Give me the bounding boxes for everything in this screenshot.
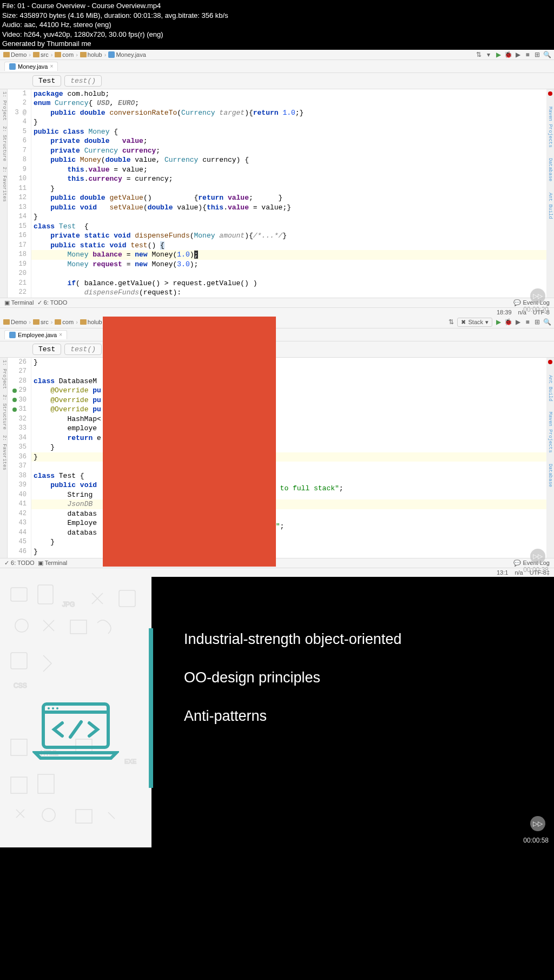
folder-icon <box>33 319 39 325</box>
slide-bullet: Anti-patterns <box>184 708 543 725</box>
folder-icon <box>55 52 61 57</box>
close-tab-icon[interactable]: × <box>50 63 53 69</box>
stop-button[interactable]: ■ <box>524 51 531 58</box>
line-gutter[interactable]: 123 @45678910111213141516171819202122 <box>8 89 31 298</box>
svg-rect-11 <box>11 777 27 793</box>
svg-rect-12 <box>38 774 54 793</box>
layout-button[interactable]: ⊞ <box>533 51 541 58</box>
right-side-rail[interactable]: Maven Projects Database Ant Build <box>546 89 554 298</box>
todo-tab[interactable]: ✓ 6: TODO <box>4 560 35 567</box>
teal-accent-bar <box>149 628 153 788</box>
run-button[interactable]: ▶ <box>494 51 502 58</box>
meta-generated: Generated by Thumbnail me <box>2 39 552 49</box>
left-side-rail[interactable]: 1: Project2: Structure2: Favorites <box>0 358 8 558</box>
breadcrumb-item[interactable]: com <box>55 51 74 58</box>
ide-frame-2: Demo src com holub Emplo ⇅ ✖ Stack ▾ ▶ 🐞… <box>0 317 554 577</box>
dropdown-icon[interactable]: ▾ <box>485 51 492 58</box>
slide-bullet: OO-design principles <box>184 669 543 686</box>
code-editor[interactable]: package com.holub;enum Currency{ USD, EU… <box>31 89 546 298</box>
file-tab[interactable]: Money.java× <box>4 62 58 71</box>
search-icon[interactable]: 🔍 <box>543 318 551 326</box>
encoding: n/a <box>515 569 523 576</box>
svg-point-14 <box>42 808 55 821</box>
laptop-icon <box>32 701 119 763</box>
folder-icon <box>3 52 10 57</box>
breadcrumb-item[interactable]: holub <box>80 319 102 325</box>
folder-icon <box>80 52 87 57</box>
svg-point-18 <box>48 707 50 709</box>
svg-rect-8 <box>11 739 27 755</box>
svg-rect-6 <box>11 653 27 669</box>
svg-text:CSS: CSS <box>14 682 27 689</box>
meta-video: Video: h264, yuv420p, 1280x720, 30.00 fp… <box>2 30 552 40</box>
timestamp: 00:00:20 <box>523 306 549 313</box>
play-overlay-icon[interactable]: ▷▷ <box>530 288 545 304</box>
meta-size: Size: 4358970 bytes (4.16 MiB), duration… <box>2 11 552 21</box>
folder-icon <box>33 52 39 57</box>
breadcrumb-item[interactable]: holub <box>80 51 102 58</box>
video-metadata: File: 01 - Course Overview - Course Over… <box>0 0 554 50</box>
meta-file: File: 01 - Course Overview - Course Over… <box>2 1 552 11</box>
svg-rect-3 <box>119 590 135 607</box>
java-file-icon <box>108 51 115 58</box>
sort-icon[interactable]: ⇅ <box>447 318 455 326</box>
play-overlay-icon[interactable]: ▷▷ <box>530 816 545 831</box>
cursor-position: 18:39 <box>497 309 512 315</box>
breadcrumb-item[interactable]: Demo <box>3 319 27 325</box>
svg-rect-0 <box>11 588 27 601</box>
test-method-pill[interactable]: test() <box>64 75 102 87</box>
timestamp: 00:00:38 <box>523 566 549 574</box>
debug-button[interactable]: 🐞 <box>504 51 512 58</box>
stop-button[interactable]: ■ <box>524 318 531 326</box>
svg-text:EXE: EXE <box>124 758 136 765</box>
svg-rect-15 <box>76 810 92 823</box>
error-indicator[interactable] <box>548 360 552 364</box>
error-indicator[interactable] <box>548 91 552 96</box>
breadcrumb-item[interactable]: src <box>33 51 49 58</box>
coverage-button[interactable]: ▶ <box>514 51 522 58</box>
breadcrumb-item[interactable]: Demo <box>3 51 27 58</box>
meta-audio: Audio: aac, 44100 Hz, stereo (eng) <box>2 20 552 30</box>
test-method-pill[interactable]: test() <box>64 344 102 355</box>
todo-tab[interactable]: ✓ 6: TODO <box>37 299 68 306</box>
cursor-position: 13:1 <box>497 569 508 576</box>
svg-line-21 <box>70 722 81 737</box>
play-overlay-icon[interactable]: ▷▷ <box>530 549 545 564</box>
java-file-icon <box>9 63 16 70</box>
folder-icon <box>55 319 61 325</box>
java-file-icon <box>9 332 16 338</box>
right-side-rail[interactable]: Ant Build Maven Projects Database <box>546 358 554 558</box>
terminal-tab[interactable]: ▣ Terminal <box>4 299 34 306</box>
ide-frame-1: Demo src com holub Money.java ⇅ ▾ ▶ 🐞 ▶ … <box>0 50 554 317</box>
run-button[interactable]: ▶ <box>494 318 502 326</box>
terminal-tab[interactable]: ▣ Terminal <box>38 560 67 567</box>
search-icon[interactable]: 🔍 <box>543 51 551 58</box>
test-class-pill[interactable]: Test <box>32 344 61 355</box>
svg-rect-1 <box>38 585 53 604</box>
folder-icon <box>3 319 10 325</box>
sort-icon[interactable]: ⇅ <box>475 51 483 58</box>
orange-overlay <box>103 317 276 567</box>
layout-button[interactable]: ⊞ <box>533 318 541 326</box>
svg-point-4 <box>15 619 28 632</box>
breadcrumb-item[interactable]: com <box>55 319 74 325</box>
file-tab[interactable]: Employee.java× <box>4 330 67 339</box>
test-class-pill[interactable]: Test <box>32 75 61 87</box>
debug-button[interactable]: 🐞 <box>504 318 512 326</box>
svg-point-19 <box>52 707 54 709</box>
line-gutter[interactable]: 2627282930313233343536373839404142434445… <box>8 358 31 558</box>
close-tab-icon[interactable]: × <box>59 332 62 338</box>
coverage-button[interactable]: ▶ <box>514 318 522 326</box>
folder-icon <box>80 319 87 325</box>
slide-bullet: Industrial-strength object-oriented <box>184 631 543 648</box>
breadcrumb-item[interactable]: Money.java <box>108 51 146 58</box>
slide-content: Industrial-strength object-oriented OO-d… <box>151 577 554 847</box>
left-side-rail[interactable]: 1: Project2: Structure2: Favorites <box>0 89 8 298</box>
breadcrumb-item[interactable]: src <box>33 319 49 325</box>
svg-text:JPG: JPG <box>62 601 75 608</box>
svg-point-20 <box>56 707 58 709</box>
run-config-selector[interactable]: ✖ Stack ▾ <box>457 318 492 327</box>
slide-left-panel: JPG CSS HTML EXE <box>0 577 151 847</box>
breadcrumb: Demo src com holub Emplo ⇅ ✖ Stack ▾ ▶ 🐞… <box>0 317 554 328</box>
breadcrumb: Demo src com holub Money.java ⇅ ▾ ▶ 🐞 ▶ … <box>0 50 554 60</box>
